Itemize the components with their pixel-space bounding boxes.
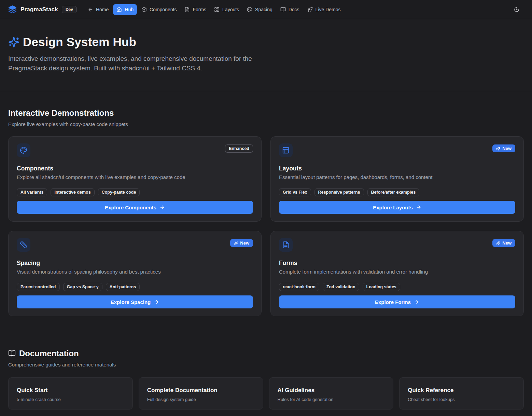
demo-card-components[interactable]: Enhanced Components Explore all shadcn/u… xyxy=(8,136,262,222)
dev-badge: Dev xyxy=(62,6,77,13)
doc-card-ai-guidelines[interactable]: AI Guidelines Rules for AI code generati… xyxy=(269,377,394,410)
hero-section: Design System Hub Interactive demonstrat… xyxy=(0,19,532,91)
ruler-icon xyxy=(17,238,30,252)
demo-card-layouts[interactable]: New Layouts Essential layout patterns fo… xyxy=(270,136,524,222)
card-title: Spacing xyxy=(17,260,253,267)
doc-card-subtitle: Rules for AI code generation xyxy=(278,397,385,402)
package-icon xyxy=(141,7,147,12)
sparkles-icon xyxy=(8,37,19,48)
card-description: Explore all shadcn/ui components with li… xyxy=(17,174,253,180)
doc-card-complete-documentation[interactable]: Complete Documentation Full design syste… xyxy=(139,377,263,410)
brand-title: PragmaStack xyxy=(20,6,58,13)
nav-label: Forms xyxy=(193,7,206,12)
nav-item-forms[interactable]: Forms xyxy=(181,4,210,15)
arrow-right-icon xyxy=(154,299,159,305)
doc-card-quick-start[interactable]: Quick Start 5-minute crash course xyxy=(8,377,133,410)
tag: All variants xyxy=(17,188,47,196)
tag: Anti-patterns xyxy=(106,283,140,291)
explore-forms-button[interactable]: Explore Forms xyxy=(279,295,515,308)
nav-label: Live Demos xyxy=(316,7,341,12)
doc-card-quick-reference[interactable]: Quick Reference Cheat sheet for lookups xyxy=(399,377,524,410)
main-nav: Home Hub Components Forms Layouts Spacin… xyxy=(84,4,344,15)
file-text-icon xyxy=(184,7,190,12)
new-badge: New xyxy=(492,239,515,247)
doc-card-title: Quick Start xyxy=(17,387,124,394)
nav-item-home[interactable]: Home xyxy=(84,4,112,15)
tag: Before/after examples xyxy=(367,188,420,196)
card-description: Essential layout patterns for pages, das… xyxy=(279,174,515,180)
interactive-demos-section: Interactive Demonstrations Explore live … xyxy=(8,108,524,410)
demo-card-forms[interactable]: New Forms Complete form implementations … xyxy=(270,231,524,316)
doc-card-title: Quick Reference xyxy=(408,387,515,394)
arrow-right-icon xyxy=(414,299,419,305)
tag: Grid vs Flex xyxy=(279,188,311,196)
explore-spacing-button[interactable]: Explore Spacing xyxy=(17,295,253,308)
tag-list: Grid vs Flex Responsive patterns Before/… xyxy=(279,188,515,196)
nav-label: Components xyxy=(150,7,177,12)
badge-label: New xyxy=(502,240,512,246)
nav-item-hub[interactable]: Hub xyxy=(113,4,137,15)
tag: Copy-paste code xyxy=(98,188,140,196)
arrow-right-icon xyxy=(416,205,421,210)
nav-item-live-demos[interactable]: Live Demos xyxy=(304,4,344,15)
arrow-left-icon xyxy=(88,7,93,12)
docs-heading: Documentation xyxy=(19,349,79,358)
tag: react-hook-form xyxy=(279,283,319,291)
sparkles-icon xyxy=(496,147,500,151)
new-badge: New xyxy=(492,144,515,152)
badge-label: New xyxy=(502,146,512,151)
tag-list: Parent-controlled Gap vs Space-y Anti-pa… xyxy=(17,283,253,291)
nav-label: Hub xyxy=(125,7,134,12)
badge-label: New xyxy=(240,240,249,246)
nav-item-components[interactable]: Components xyxy=(138,4,180,15)
top-nav-bar: PragmaStack Dev Home Hub Components Form… xyxy=(0,0,532,19)
explore-layouts-button[interactable]: Explore Layouts xyxy=(279,201,515,214)
layers-icon xyxy=(8,5,17,14)
card-title: Layouts xyxy=(279,165,515,172)
cta-label: Explore Forms xyxy=(375,299,411,305)
enhanced-badge: Enhanced xyxy=(225,144,253,153)
tag: Gap vs Space-y xyxy=(63,283,102,291)
book-open-icon xyxy=(8,350,16,357)
house-icon xyxy=(116,7,122,12)
card-description: Visual demonstrations of spacing philoso… xyxy=(17,269,253,275)
rocket-icon xyxy=(307,7,313,12)
palette-icon xyxy=(17,143,30,157)
docs-subheading: Comprehensive guides and reference mater… xyxy=(8,362,524,368)
nav-item-docs[interactable]: Docs xyxy=(277,4,303,15)
file-text-icon xyxy=(279,238,293,252)
moon-icon xyxy=(514,7,519,12)
explore-components-button[interactable]: Explore Components xyxy=(17,201,253,214)
card-description: Complete form implementations with valid… xyxy=(279,269,515,275)
brand[interactable]: PragmaStack Dev xyxy=(8,5,77,14)
tag: Parent-controlled xyxy=(17,283,60,291)
doc-card-subtitle: Cheat sheet for lookups xyxy=(408,397,515,402)
nav-item-layouts[interactable]: Layouts xyxy=(211,4,242,15)
doc-card-subtitle: 5-minute crash course xyxy=(17,397,124,402)
palette-icon xyxy=(247,7,252,12)
sparkles-icon xyxy=(496,241,500,245)
demos-subheading: Explore live examples with copy-paste co… xyxy=(8,121,524,127)
card-title: Forms xyxy=(279,260,515,267)
tag: Zod validation xyxy=(323,283,359,291)
nav-label: Spacing xyxy=(255,7,272,12)
book-open-icon xyxy=(280,7,286,12)
nav-item-spacing[interactable]: Spacing xyxy=(243,4,276,15)
tag: Responsive patterns xyxy=(314,188,364,196)
tag-list: react-hook-form Zod validation Loading s… xyxy=(279,283,515,291)
tag: Loading states xyxy=(363,283,400,291)
nav-label: Layouts xyxy=(222,7,239,12)
doc-card-subtitle: Full design system guide xyxy=(147,397,255,402)
page-subtitle: Interactive demonstrations, live example… xyxy=(8,54,264,73)
cta-label: Explore Components xyxy=(105,205,156,210)
documentation-section: Documentation Comprehensive guides and r… xyxy=(8,349,524,410)
demo-card-spacing[interactable]: New Spacing Visual demonstrations of spa… xyxy=(8,231,262,316)
section-divider xyxy=(8,332,524,332)
doc-card-title: Complete Documentation xyxy=(147,387,255,394)
panels-top-left-icon xyxy=(279,143,293,157)
demos-heading: Interactive Demonstrations xyxy=(8,108,524,118)
theme-toggle-button[interactable] xyxy=(512,5,521,14)
sparkles-icon xyxy=(234,241,238,245)
page-title: Design System Hub xyxy=(23,35,136,49)
new-badge: New xyxy=(230,239,253,247)
